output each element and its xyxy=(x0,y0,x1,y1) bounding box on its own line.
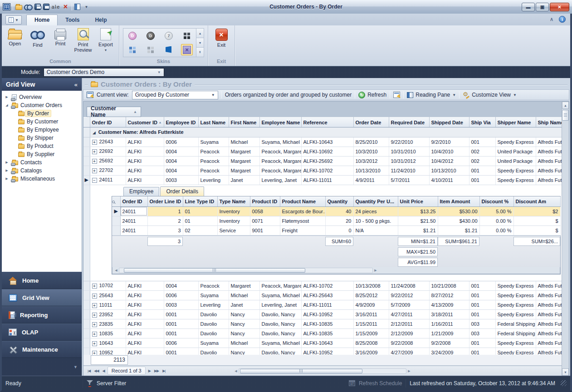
grid-cell[interactable]: 0001 xyxy=(164,319,198,329)
customize-view-button[interactable]: Customize View▼ xyxy=(463,92,517,98)
detail-cell[interactable]: 5.00 % xyxy=(479,206,513,216)
detail-cell[interactable]: $430.00 xyxy=(438,216,479,225)
column-header-ship-name[interactable]: Ship Name xyxy=(536,118,562,127)
skins-scroll-down-icon[interactable]: ▼ xyxy=(196,38,204,48)
skin-vs-icon[interactable] xyxy=(183,46,191,54)
grid-cell[interactable]: Suyama xyxy=(198,338,229,348)
column-header-order-date[interactable]: Order Date xyxy=(353,118,389,127)
grid-cell[interactable]: 4/27/2011 xyxy=(389,310,429,319)
expanded-arrow-icon[interactable]: ◢ xyxy=(4,103,10,107)
detail-cell[interactable]: 9001 xyxy=(250,225,280,235)
server-filter-button[interactable]: Server Filter xyxy=(97,380,126,387)
grid-cell[interactable]: 10/4/2010 xyxy=(429,147,469,156)
grid-cell[interactable]: Michael xyxy=(229,338,259,348)
grid-cell[interactable]: ALFKI-10643 xyxy=(301,338,353,348)
grid-cell[interactable]: Alfreds Fut xyxy=(536,175,562,185)
grid-cell[interactable]: 0006 xyxy=(164,137,198,147)
grid-cell[interactable]: Peacock, Margaret xyxy=(259,156,301,166)
grid-cell[interactable]: 3/16/2009 xyxy=(353,348,389,355)
grid-cell[interactable]: Nancy xyxy=(229,310,259,319)
nav-overflow-chevron-icon[interactable]: ▼ xyxy=(73,365,78,369)
detail-cell[interactable]: 24011 xyxy=(120,216,147,225)
detail-cell[interactable]: 3 xyxy=(147,225,183,235)
grid-cell[interactable]: 001 xyxy=(469,175,495,185)
tree-item-by-supplier[interactable]: By Supplier xyxy=(2,150,82,158)
qat-window-icon[interactable] xyxy=(74,4,80,10)
tab-help[interactable]: Help xyxy=(87,15,114,25)
order-row[interactable]: +10643ALFKI0006SuyamaMichaelSuyama, Mich… xyxy=(83,338,562,348)
grid-cell[interactable]: Suyama, Michael xyxy=(259,338,301,348)
grid-cell[interactable]: ALFKI-10702 xyxy=(301,281,353,291)
tree-item-by-shipper[interactable]: By Shipper xyxy=(2,134,82,142)
grid-cell[interactable]: ALFKI xyxy=(126,281,164,291)
expand-row-button[interactable]: + xyxy=(92,351,97,355)
grid-cell[interactable]: 8/25/2012 xyxy=(353,291,389,300)
grid-cell[interactable]: ALFKI xyxy=(126,338,164,348)
scroll-thumb[interactable] xyxy=(124,268,305,273)
detail-column-header-item-amount[interactable]: Item Amount xyxy=(438,196,479,206)
detail-column-header-discount-am[interactable]: Discount Am xyxy=(513,196,560,206)
detail-column-header-discount[interactable]: Discount % xyxy=(479,196,513,206)
column-header-customer-id[interactable]: Customer ID▲ xyxy=(126,118,164,127)
order-row[interactable]: +10952ALFKI0001DavolioNancyDavolio, Nanc… xyxy=(83,348,562,355)
scroll-track[interactable] xyxy=(119,268,373,273)
collapsed-arrow-icon[interactable]: ▶ xyxy=(4,169,10,172)
detail-column-header-quantity-per-u[interactable]: Quantity Per U... xyxy=(353,196,398,206)
column-header-ship-via[interactable]: Ship Via xyxy=(469,118,495,127)
grid-cell[interactable]: 1/21/2009 xyxy=(429,329,469,338)
detail-cell[interactable]: 24011 xyxy=(120,225,147,235)
column-header-reference[interactable]: Reference xyxy=(301,118,353,127)
expand-row-button[interactable]: + xyxy=(92,159,97,164)
qat-customize-dropdown-icon[interactable] xyxy=(83,3,90,10)
grid-cell[interactable]: ALFKI xyxy=(126,319,164,329)
grid-cell[interactable]: Davolio xyxy=(198,319,229,329)
qat-rename-icon[interactable] xyxy=(52,3,59,10)
grid-cell[interactable]: ALFKI-25692 xyxy=(301,156,353,166)
grid-cell[interactable]: +25692 xyxy=(90,156,126,166)
detail-cell[interactable]: Inventory xyxy=(217,206,250,216)
grid-cell[interactable]: Davolio, Nancy xyxy=(259,348,301,355)
tab-order-details[interactable]: Order Details xyxy=(160,186,204,196)
grid-cell[interactable]: +10702 xyxy=(90,281,126,291)
collapsed-arrow-icon[interactable]: ▶ xyxy=(4,95,10,99)
grid-cell[interactable]: Peacock xyxy=(198,156,229,166)
detail-cell[interactable]: $ xyxy=(513,225,560,235)
grid-cell[interactable]: −24011 xyxy=(90,175,126,185)
skins-gallery-expand-icon[interactable]: ⇟ xyxy=(196,48,204,57)
detail-column-header-line-type-id[interactable]: Line Type ID xyxy=(183,196,217,206)
order-row[interactable]: +10835ALFKI0001DavolioNancyDavolio, Nanc… xyxy=(83,329,562,338)
column-header-employee-name[interactable]: Employee Name xyxy=(259,118,301,127)
grid-cell[interactable]: Peacock xyxy=(198,281,229,291)
qat-delete-icon[interactable] xyxy=(62,3,69,10)
grid-cell[interactable]: 3/16/2011 xyxy=(353,310,389,319)
skin-metro-gray-icon[interactable] xyxy=(147,46,155,54)
grid-cell[interactable]: 001 xyxy=(469,166,495,175)
grid-cell[interactable]: Margaret xyxy=(229,166,259,175)
grid-cell[interactable]: 003 xyxy=(469,329,495,338)
qat-save-icon[interactable] xyxy=(34,4,41,10)
tree-item-by-employee[interactable]: By Employee xyxy=(2,126,82,134)
print-button[interactable]: Print xyxy=(49,26,72,58)
collapse-sidebar-icon[interactable]: « xyxy=(74,81,78,88)
detail-cell[interactable]: 2 xyxy=(147,216,183,225)
grid-cell[interactable]: Alfreds Fut xyxy=(536,329,562,338)
scroll-thumb[interactable] xyxy=(240,369,362,373)
group-row[interactable]: ◢Customer Name: Alfreds Futterkiste xyxy=(83,127,562,137)
grid-cell[interactable]: Suyama, Michael xyxy=(259,291,301,300)
grid-cell[interactable]: Speedy Express xyxy=(495,166,536,175)
nav-reporting[interactable]: Reporting xyxy=(2,306,82,323)
grid-cell[interactable]: +22643 xyxy=(90,137,126,147)
current-view-select[interactable]: Grouped By Customer▼ xyxy=(132,91,218,99)
grid-cell[interactable]: 9/22/2010 xyxy=(389,137,429,147)
detail-column-header-order-line-id[interactable]: Order Line ID xyxy=(147,196,183,206)
column-header-shipper-name[interactable]: Shipper Name xyxy=(495,118,536,127)
expand-row-button[interactable]: + xyxy=(92,294,97,299)
grid-cell[interactable]: Suyama xyxy=(198,291,229,300)
grid-cell[interactable]: +22702 xyxy=(90,166,126,175)
detail-cell[interactable]: 0 xyxy=(325,225,353,235)
tree-item-by-customer[interactable]: By Customer xyxy=(2,118,82,126)
grid-cell[interactable]: 002 xyxy=(469,156,495,166)
tree-item-customer-orders[interactable]: ◢Customer Orders xyxy=(2,101,82,109)
nav-home[interactable]: Home xyxy=(2,272,82,289)
grid-cell[interactable]: Alfreds Fut xyxy=(536,338,562,348)
